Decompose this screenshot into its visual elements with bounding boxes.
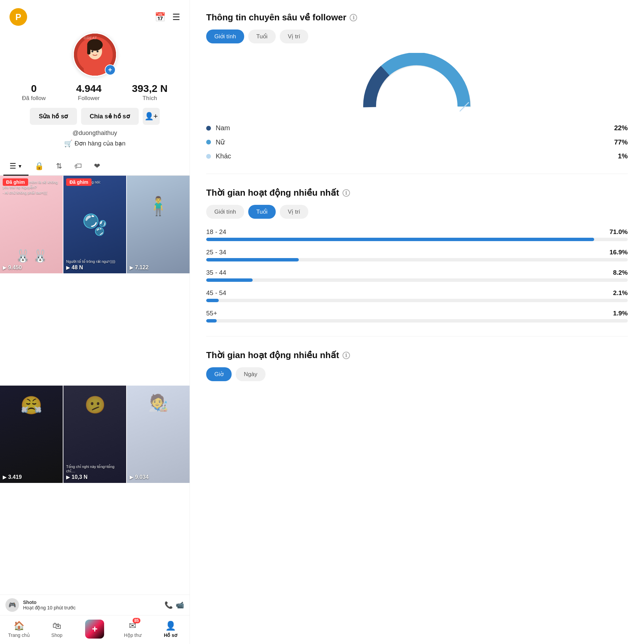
notif-name: Shoto <box>23 600 37 605</box>
notif-status: Hoạt động 10 phút trước <box>23 605 76 610</box>
bar-list: 18 - 24 71.0% 25 - 34 16.9% 35 - 44 <box>206 228 628 323</box>
stats-row: 0 Đã follow 4.944 Follower 393,2 N Thích <box>7 83 183 102</box>
followers-label: Follower <box>76 95 101 102</box>
lock-icon: 🔒 <box>35 162 44 171</box>
shop-label: Đơn hàng của bạn <box>75 140 125 147</box>
follower-info-icon[interactable]: ℹ <box>350 14 357 21</box>
add-friend-button[interactable]: 👤+ <box>143 108 160 125</box>
divider-1 <box>206 174 628 174</box>
video-count-3: ▶ 7.122 <box>130 265 149 271</box>
nav-home[interactable]: 🏠 Trang chủ <box>5 621 33 638</box>
play-icon-4: ▶ <box>3 474 6 480</box>
legend-pct-khac: 1% <box>618 152 628 160</box>
nav-shop-label: Shop <box>51 632 62 638</box>
activity-filter-age[interactable]: Tuổi <box>248 205 276 219</box>
anime-face-4: 😤 <box>20 395 42 416</box>
shop-nav-icon: 🛍 <box>53 621 61 631</box>
create-button[interactable]: + <box>85 620 104 639</box>
video-cell-5[interactable]: 🫤 Tổng chỉ nghi này tổng=tổng chỉ.... ▶ … <box>63 386 126 483</box>
filter-age[interactable]: Tuổi <box>248 30 276 43</box>
legend-nu: Nữ 77% <box>206 138 628 146</box>
activity-info-icon-2[interactable]: ℹ <box>343 352 350 359</box>
avatar-wrap: GREAT + <box>73 33 117 77</box>
legend-label-nu: Nữ <box>216 138 609 146</box>
bar-fill-18-24 <box>206 238 594 241</box>
bar-fill-55plus <box>206 319 217 323</box>
username: @duongthaithuy <box>73 130 117 137</box>
activity-section-2: Thời gian hoạt động nhiều nhất ℹ Giờ Ngà… <box>206 350 628 388</box>
svg-point-7 <box>96 51 98 53</box>
tab-lock[interactable]: 🔒 <box>28 158 50 176</box>
bar-range-18-24: 18 - 24 <box>206 228 226 236</box>
tab-videos[interactable]: ☰ ▼ <box>3 158 28 176</box>
play-icon-1: ▶ <box>3 265 6 270</box>
bar-range-45-54: 45 - 54 <box>206 289 226 297</box>
inbox-badge-count: 85 <box>133 618 140 623</box>
profile-section: GREAT + 0 Đã follow 4.944 Follower 393,2… <box>0 29 190 151</box>
bar-track-25-34 <box>206 258 628 261</box>
filter-gender[interactable]: Giới tính <box>206 30 244 43</box>
activity-info-icon-1[interactable]: ℹ <box>343 189 350 197</box>
repost-icon: ⇅ <box>56 162 62 171</box>
activity-filter-gender[interactable]: Giới tính <box>206 205 244 219</box>
nav-shop[interactable]: 🛍 Shop <box>43 621 71 638</box>
video-cell-1[interactable]: - Đứa nào từng mòm là sẽ không yêu trai … <box>0 176 63 273</box>
tabs-row: ☰ ▼ 🔒 ⇅ 🏷 ❤ <box>0 158 190 176</box>
tab-repost[interactable]: ⇅ <box>50 158 68 176</box>
bar-pct-55plus: 1.9% <box>613 310 628 317</box>
video-call-icon[interactable]: 📹 <box>176 601 184 609</box>
time-filter-tabs: Giờ Ngày <box>206 367 628 381</box>
nav-inbox[interactable]: ✉ 85 Hộp thư <box>119 621 146 638</box>
bar-range-35-44: 35 - 44 <box>206 269 226 276</box>
bar-track-45-54 <box>206 299 628 302</box>
followers-count: 4.944 <box>76 83 101 94</box>
bar-range-55plus: 55+ <box>206 310 217 317</box>
inbox-notif-badge-wrap: ✉ 85 <box>129 621 136 631</box>
play-icon-3: ▶ <box>130 265 133 270</box>
tab-tagged[interactable]: 🏷 <box>68 158 88 176</box>
video-grid: - Đứa nào từng mòm là sẽ không yêu trai … <box>0 176 190 594</box>
edit-profile-button[interactable]: Sửa hồ sơ <box>30 108 77 125</box>
right-panel: Thông tin chuyên sâu về follower ℹ Giới … <box>190 0 644 644</box>
left-panel: P 📅 ☰ <box>0 0 190 644</box>
anime-figure-3: 🧍‍♂️ <box>147 195 170 217</box>
shop-row[interactable]: 🛒 Đơn hàng của bạn <box>64 139 125 148</box>
home-icon: 🏠 <box>14 621 24 631</box>
bar-25-34: 25 - 34 16.9% <box>206 249 628 261</box>
menu-icon[interactable]: ☰ <box>172 12 180 22</box>
manga-figure-6: 🧑‍🎨 <box>148 393 169 412</box>
time-filter-day[interactable]: Ngày <box>236 367 266 381</box>
add-avatar-badge[interactable]: + <box>105 64 116 75</box>
tab-liked[interactable]: ❤ <box>88 158 106 176</box>
svg-text:GREAT: GREAT <box>83 36 97 40</box>
bunny-icon-2: 🐰 <box>33 249 48 263</box>
video-count-5: ▶ 10,3 N <box>66 474 87 480</box>
filter-location[interactable]: Vị trí <box>280 30 308 43</box>
legend-label-khac: Khác <box>216 152 613 160</box>
svg-rect-5 <box>87 45 91 55</box>
play-icon-6: ▶ <box>130 474 133 480</box>
bar-header-35-44: 35 - 44 8.2% <box>206 269 628 276</box>
nav-create[interactable]: + <box>81 620 108 639</box>
video-cell-3[interactable]: 🧍‍♂️ ▶ 7.122 <box>127 176 190 273</box>
bottom-nav: 🏠 Trang chủ 🛍 Shop + ✉ 85 Hộp thư 👤 Hồ s… <box>0 615 190 644</box>
nav-profile[interactable]: 👤 Hồ sơ <box>157 621 184 638</box>
video-cell-4[interactable]: 😤 ▶ 3.419 <box>0 386 63 483</box>
bar-45-54: 45 - 54 2.1% <box>206 289 628 302</box>
call-icon[interactable]: 📞 <box>164 601 173 609</box>
bar-pct-45-54: 2.1% <box>613 289 628 297</box>
bar-18-24: 18 - 24 71.0% <box>206 228 628 241</box>
legend-pct-nam: 22% <box>614 124 628 132</box>
video-cell-6[interactable]: 🧑‍🎨 ▶ 9.034 <box>127 386 190 483</box>
profile-nav-icon: 👤 <box>165 621 176 631</box>
bar-track-35-44 <box>206 278 628 282</box>
following-count: 0 <box>22 83 46 94</box>
bar-35-44: 35 - 44 8.2% <box>206 269 628 282</box>
bunny-icon-1: 🐰 <box>15 249 31 263</box>
time-filter-hour[interactable]: Giờ <box>206 367 232 381</box>
share-profile-button[interactable]: Chia sẻ hồ sơ <box>81 108 139 125</box>
video-cell-2[interactable]: Người ta thường nói: 🫧 Người tổ tổ trông… <box>63 176 126 273</box>
activity-section-title-2: Thời gian hoạt động nhiều nhất ℹ <box>206 350 628 360</box>
activity-filter-location[interactable]: Vị trí <box>280 205 308 219</box>
calendar-icon[interactable]: 📅 <box>155 12 165 22</box>
